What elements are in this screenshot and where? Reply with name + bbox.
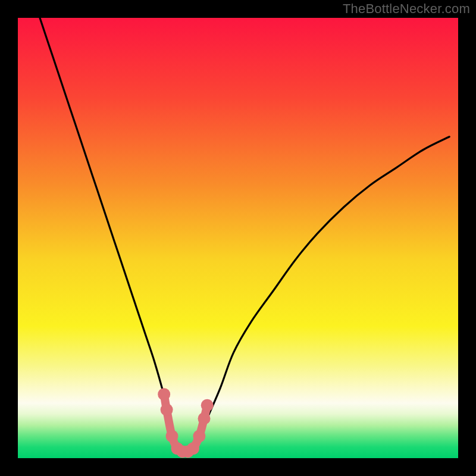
gradient-background (18, 18, 458, 458)
marker-dot (158, 388, 170, 400)
plot-area (18, 18, 458, 458)
chart-svg (18, 18, 458, 458)
watermark-text: TheBottleNecker.com (343, 1, 470, 17)
marker-dot (187, 442, 199, 455)
marker-dot (198, 412, 211, 425)
marker-dot (201, 399, 214, 412)
marker-dot (193, 430, 205, 443)
marker-dot (166, 430, 178, 443)
chart-frame: TheBottleNecker.com (0, 0, 476, 476)
marker-dot (161, 403, 173, 416)
